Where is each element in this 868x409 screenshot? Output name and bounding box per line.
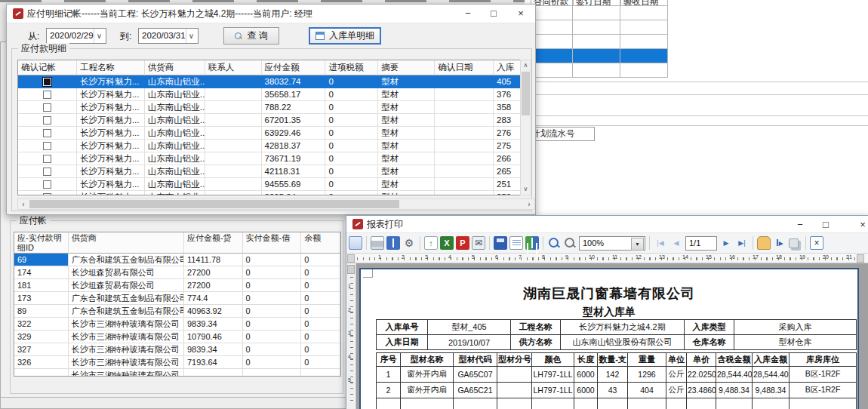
cell[interactable]: 276 bbox=[494, 127, 524, 140]
cell[interactable]: 265 bbox=[494, 165, 524, 178]
table-row[interactable] bbox=[531, 20, 668, 35]
cell[interactable] bbox=[573, 49, 620, 63]
cell[interactable]: 型材 bbox=[378, 75, 435, 88]
cell[interactable]: 0 bbox=[325, 178, 378, 191]
table-row[interactable]: 长沙万科魅力...山东南山铝业...35658.170型材376 bbox=[18, 88, 524, 101]
cell[interactable]: 0 bbox=[301, 331, 340, 343]
table-row[interactable] bbox=[531, 49, 668, 63]
cell[interactable]: 山东南山铝业... bbox=[145, 88, 205, 101]
table-row[interactable]: 181长沙坦森贸易有限公司2720000 bbox=[14, 279, 340, 292]
minimize-icon[interactable]: − bbox=[455, 5, 481, 22]
cell[interactable]: 266 bbox=[494, 152, 524, 165]
cell[interactable]: 型材 bbox=[378, 178, 435, 191]
column-header[interactable]: 应付金额-贷 bbox=[184, 232, 243, 254]
excel-icon[interactable]: X bbox=[440, 236, 454, 250]
cell[interactable]: 山东南山铝业... bbox=[145, 152, 205, 165]
cell[interactable]: 山东南山铝业... bbox=[145, 191, 205, 195]
cell[interactable] bbox=[14, 369, 69, 377]
save-icon[interactable] bbox=[494, 236, 507, 250]
table-row[interactable]: 长沙万科魅力...山东南山铝业...42118.310型材265 bbox=[18, 165, 524, 178]
scroll-up-icon[interactable]: ∧ bbox=[521, 60, 531, 71]
cell[interactable] bbox=[531, 6, 573, 20]
cell[interactable]: 长沙市三湘特种玻璃有限公司 bbox=[69, 331, 184, 343]
confirm-checkbox[interactable] bbox=[43, 129, 51, 137]
confirm-checkbox[interactable] bbox=[43, 78, 51, 86]
confirm-checkbox[interactable] bbox=[43, 91, 51, 99]
table-row[interactable]: 173广东合和建筑五金制品有限公司774.400 bbox=[14, 292, 340, 305]
table-row[interactable]: 长沙万科魅力...山东南山铝业...63929.460型材276 bbox=[18, 127, 524, 140]
query-button[interactable]: 查 询 bbox=[223, 27, 279, 45]
grid-icon[interactable] bbox=[525, 236, 539, 250]
cell[interactable]: 0 bbox=[325, 75, 378, 88]
cell[interactable]: 0 bbox=[325, 88, 378, 101]
cell[interactable]: 0 bbox=[301, 292, 340, 305]
cell[interactable]: 0 bbox=[325, 140, 378, 152]
cell[interactable] bbox=[435, 75, 494, 88]
cell[interactable] bbox=[620, 20, 668, 35]
column-header[interactable]: 实付金额-借 bbox=[243, 232, 302, 254]
cell[interactable]: 322 bbox=[14, 318, 69, 331]
receipt-detail-button[interactable]: 入库单明细 bbox=[309, 27, 381, 45]
cell[interactable]: 174 bbox=[14, 266, 69, 279]
cell[interactable]: 山东南山铝业... bbox=[145, 178, 205, 191]
cell[interactable]: 长沙坦森贸易有限公司 bbox=[69, 279, 184, 292]
cell[interactable]: 73671.19 bbox=[262, 152, 326, 165]
cell[interactable] bbox=[435, 114, 494, 127]
column-header[interactable]: 确认日期 bbox=[435, 60, 494, 75]
cell[interactable]: 27200 bbox=[184, 279, 243, 292]
cell[interactable]: 长沙万科魅力... bbox=[77, 114, 145, 127]
cell[interactable] bbox=[205, 165, 262, 178]
cell[interactable]: 长沙万科魅力... bbox=[77, 88, 145, 101]
cell[interactable] bbox=[435, 140, 494, 152]
from-date-select[interactable]: 2020/02/29 bbox=[46, 28, 106, 44]
column-header[interactable]: 验收日期 bbox=[620, 0, 668, 6]
cell[interactable] bbox=[205, 88, 262, 101]
maximize-icon[interactable]: □ bbox=[813, 216, 839, 233]
cell[interactable]: 0 bbox=[301, 305, 340, 318]
cell[interactable]: 型材 bbox=[378, 191, 435, 195]
cell[interactable]: 327 bbox=[14, 343, 69, 356]
cell[interactable] bbox=[435, 178, 494, 191]
cell[interactable]: 山东南山铝业... bbox=[145, 165, 205, 178]
confirm-checkbox[interactable] bbox=[43, 180, 51, 189]
close-icon[interactable]: × bbox=[850, 216, 868, 233]
minimize-icon[interactable]: − bbox=[787, 216, 813, 233]
cell[interactable]: 788.22 bbox=[262, 101, 326, 114]
checkbox-cell[interactable] bbox=[18, 114, 77, 127]
export-icon[interactable]: ↑ bbox=[424, 236, 438, 250]
payable-table[interactable]: 应-实付款明细ID供货商应付金额-贷实付金额-借余额69广东合和建筑五金制品有限… bbox=[14, 232, 341, 377]
cell[interactable]: 山东南山铝业... bbox=[145, 127, 205, 140]
cell[interactable]: 63929.46 bbox=[262, 127, 326, 140]
table-row[interactable]: 174长沙坦森贸易有限公司2720000 bbox=[14, 266, 340, 279]
cell[interactable]: 山东南山铝业... bbox=[145, 101, 205, 114]
horizontal-scrollbar[interactable]: ‹ › bbox=[17, 198, 535, 210]
table-row[interactable]: 长沙万科魅力...山东南山铝业...38032.740型材405 bbox=[18, 75, 524, 88]
pdf-icon[interactable]: P bbox=[456, 236, 469, 250]
cell[interactable]: 376 bbox=[494, 88, 524, 101]
cell[interactable] bbox=[435, 152, 494, 165]
cell[interactable] bbox=[205, 114, 262, 127]
close-preview-icon[interactable]: × bbox=[810, 236, 823, 250]
cell[interactable]: 9839.34 bbox=[184, 318, 243, 331]
table-row[interactable]: 327长沙市三湘特种玻璃有限公司9839.3400 bbox=[14, 343, 340, 356]
cell[interactable]: 173 bbox=[14, 292, 69, 305]
checkbox-cell[interactable] bbox=[18, 165, 77, 178]
cell[interactable]: 型材 bbox=[378, 88, 435, 101]
nav-last-icon[interactable]: ▶| bbox=[735, 236, 749, 250]
cell[interactable]: 42818.37 bbox=[262, 140, 326, 152]
cell[interactable] bbox=[531, 49, 573, 63]
table-row[interactable]: 329长沙市三湘特种玻璃有限公司10790.4600 bbox=[14, 331, 340, 343]
cell[interactable]: 40963.92 bbox=[184, 305, 243, 318]
cell[interactable]: 山东南山铝业... bbox=[145, 114, 205, 127]
cell[interactable]: 长沙市三湘特种玻璃有限公司 bbox=[69, 343, 184, 356]
table-row[interactable]: 长沙万科魅力...山东南山铝业...73671.190型材266 bbox=[18, 152, 524, 165]
cell[interactable]: 0 bbox=[301, 279, 340, 292]
cell[interactable]: 山东南山铝业... bbox=[145, 75, 205, 88]
cell[interactable]: 广东合和建筑五金制品有限公司 bbox=[69, 292, 184, 305]
table-row[interactable] bbox=[531, 35, 668, 49]
cell[interactable]: 0 bbox=[243, 305, 302, 318]
table-row[interactable]: 长沙万科魅力...山东南山铝业...3895.840型材250 bbox=[18, 191, 524, 195]
column-header[interactable]: 供货商 bbox=[69, 232, 184, 254]
table-row[interactable]: 89广东合和建筑五金制品有限公司40963.9200 bbox=[14, 305, 340, 318]
cell[interactable]: 长沙万科魅力... bbox=[77, 178, 145, 191]
